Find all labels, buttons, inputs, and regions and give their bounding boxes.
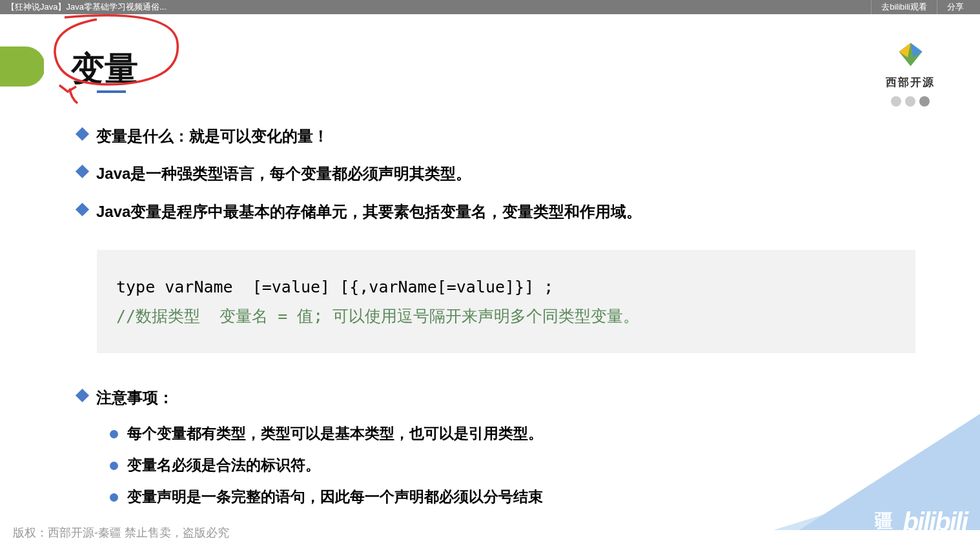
copyright-footer: 版权：西部开源-秦疆 禁止售卖，盗版必究 [13,525,229,540]
video-title: 【狂神说Java】Java零基础学习视频通俗... [6,1,167,13]
bullet-text: Java是一种强类型语言，每个变量都必须声明其类型。 [96,161,471,186]
bullet-item: Java变量是程序中最基本的存储单元，其要素包括变量名，变量类型和作用域。 [77,200,915,224]
bullet-item: Java是一种强类型语言，每个变量都必须声明其类型。 [77,161,915,186]
diamond-bullet-icon [76,389,89,402]
pagination-dots [886,96,935,107]
circle-bullet-icon [110,493,118,502]
sub-bullet-item: 每个变量都有类型，类型可以是基本类型，也可以是引用类型。 [110,424,915,444]
goto-bilibili-button[interactable]: 去bilibili观看 [871,0,937,14]
brand-logo-block: 西部开源 [886,40,935,107]
bilibili-watermark-icon: bilibili [903,507,967,537]
code-block: type varName [=value] [{,varName[=value]… [97,250,915,353]
sub-bullet-text: 变量声明是一条完整的语句，因此每一个声明都必须以分号结束 [127,487,543,507]
share-button[interactable]: 分享 [937,0,974,14]
brand-logo-text: 西部开源 [886,75,935,90]
code-line: type varName [=value] [{,varName[=value]… [116,278,553,296]
code-comment: //数据类型 变量名 = 值; 可以使用逗号隔开来声明多个同类型变量。 [116,307,639,325]
title-underline [97,90,126,93]
watermark-text: 疆 [875,509,893,533]
decorative-side-shape [0,46,44,87]
dot-2 [905,96,915,107]
dot-1 [891,96,901,107]
bullet-item: 变量是什么：就是可以变化的量！ [77,124,915,149]
sub-bullet-text: 变量名必须是合法的标识符。 [127,455,320,475]
bullet-text: 变量是什么：就是可以变化的量！ [96,124,329,149]
brand-logo-icon [896,40,925,69]
dot-3 [919,96,930,107]
top-bar-actions: 去bilibili观看 分享 [871,0,974,14]
video-top-bar: 【狂神说Java】Java零基础学习视频通俗... 去bilibili观看 分享 [0,0,980,14]
bullet-text: Java变量是程序中最基本的存储单元，其要素包括变量名，变量类型和作用域。 [96,200,642,224]
slide-body: 变量是什么：就是可以变化的量！ Java是一种强类型语言，每个变量都必须声明其类… [77,124,915,518]
sub-bullet-text: 每个变量都有类型，类型可以是基本类型，也可以是引用类型。 [127,424,543,444]
diamond-bullet-icon [76,203,89,216]
diamond-bullet-icon [76,127,89,141]
bullet-item: 注意事项： [77,385,915,410]
diamond-bullet-icon [76,165,89,178]
circle-bullet-icon [110,430,118,438]
section-title: 注意事项： [96,385,174,410]
svg-marker-0 [899,43,922,67]
circle-bullet-icon [110,462,118,470]
slide-content: 变量 西部开源 变量是什么：就是可以变化的量！ Java是一种强类型语言，每个变… [0,14,980,543]
